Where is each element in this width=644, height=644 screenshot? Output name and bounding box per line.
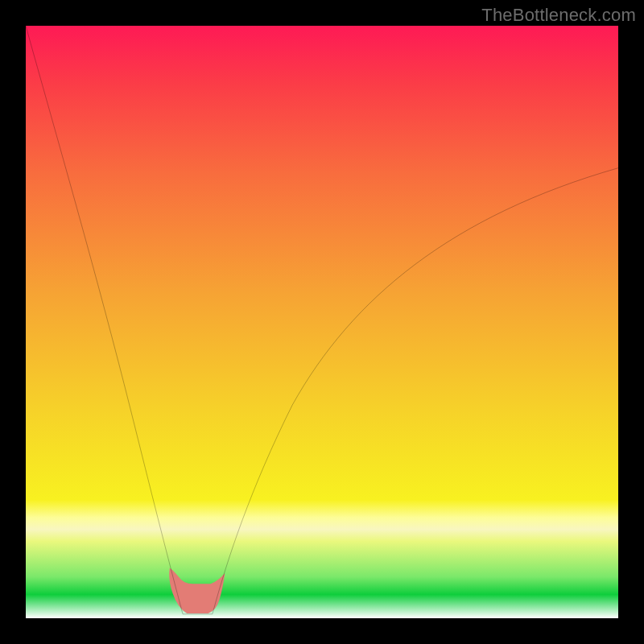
blob-shape: [169, 568, 225, 613]
curve-layer: [26, 26, 618, 618]
watermark-text: TheBottleneck.com: [481, 5, 636, 26]
valley-marker-blob: [169, 568, 225, 613]
plot-area: [26, 26, 618, 618]
bottleneck-curve: [26, 26, 618, 614]
chart-stage: TheBottleneck.com: [0, 0, 644, 644]
